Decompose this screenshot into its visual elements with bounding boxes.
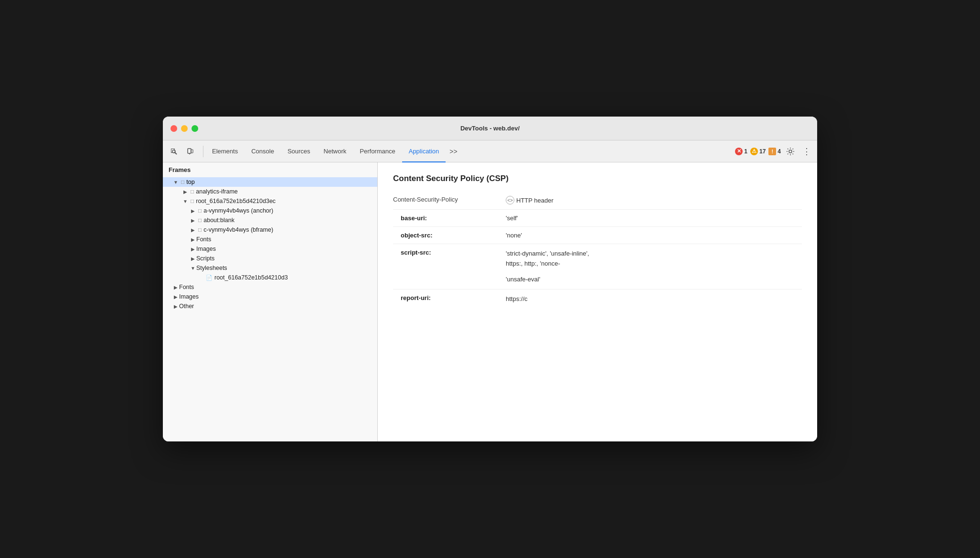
csp-script-src-line1: 'strict-dynamic', 'unsafe-inline',	[506, 249, 802, 259]
gear-icon	[786, 147, 795, 156]
csp-grid: Content-Security-Policy <> HTTP header b…	[393, 193, 802, 307]
sidebar-item-fonts-inner-label: Fonts	[196, 236, 211, 243]
divider-2	[393, 226, 802, 227]
csp-report-uri-line1: https://c	[506, 294, 802, 304]
tab-performance[interactable]: Performance	[353, 140, 402, 162]
csp-object-src-value: 'none'	[498, 229, 802, 242]
sidebar-item-stylesheets-label: Stylesheets	[196, 265, 227, 271]
close-button[interactable]	[170, 125, 177, 132]
sidebar-item-other-label: Other	[179, 303, 194, 310]
http-header-label: HTTP header	[516, 197, 554, 204]
csp-title: Content Security Policy (CSP)	[393, 174, 802, 183]
toolbar-separator	[203, 146, 203, 157]
sidebar-item-stylesheets-inner[interactable]: Stylesheets	[163, 263, 377, 273]
csp-report-uri-value: https://c	[498, 291, 802, 307]
tree-arrow-about-blank	[190, 217, 196, 224]
csp-script-src-value: 'strict-dynamic', 'unsafe-inline', https…	[498, 246, 802, 287]
more-tabs-button[interactable]: >>	[446, 146, 461, 157]
folder-icon-top: □	[181, 179, 184, 185]
devtools-window: DevTools - web.dev/	[163, 117, 817, 441]
sidebar-item-other-outer[interactable]: Other	[163, 301, 377, 311]
sidebar-item-images-outer-label: Images	[179, 293, 199, 300]
sidebar-item-root-label: root_616a752e1b5d4210d3ec	[196, 198, 276, 204]
device-icon	[186, 148, 194, 155]
folder-icon-about-blank: □	[198, 217, 202, 224]
tab-console[interactable]: Console	[245, 140, 281, 162]
csp-policy-key: Content-Security-Policy	[393, 193, 498, 206]
divider-3	[393, 244, 802, 244]
sidebar-item-c-vynmy-label: c-vynmy4vb4wys (bframe)	[203, 226, 273, 233]
sidebar-item-analytics-iframe[interactable]: □ analytics-iframe	[163, 187, 377, 196]
svg-point-11	[789, 150, 792, 153]
sidebar-section-frames: Frames	[163, 162, 377, 177]
folder-icon-a-vynmy: □	[198, 207, 202, 214]
tree-arrow-root	[182, 198, 189, 204]
csp-base-uri-value: 'self'	[498, 212, 802, 225]
folder-icon-root: □	[191, 198, 194, 204]
info-count: 4	[778, 148, 781, 155]
tree-arrow-stylesheets-inner	[190, 265, 196, 271]
window-title: DevTools - web.dev/	[460, 125, 520, 132]
tab-application[interactable]: Application	[402, 140, 446, 162]
error-count: 1	[744, 148, 747, 155]
overflow-menu-button[interactable]: ⋮	[800, 145, 813, 158]
sidebar-item-images-outer[interactable]: Images	[163, 292, 377, 301]
content-panel: Content Security Policy (CSP) Content-Se…	[378, 162, 817, 441]
sidebar-item-root-file[interactable]: 📄 root_616a752e1b5d4210d3	[163, 273, 377, 282]
toolbar: Elements Console Sources Network Perform…	[163, 140, 817, 162]
divider-4	[393, 289, 802, 290]
sidebar-item-fonts-outer[interactable]: Fonts	[163, 282, 377, 292]
csp-object-src-key: object-src:	[393, 229, 498, 242]
sidebar: Frames □ top □ analytics-iframe □ root_6…	[163, 162, 378, 441]
toolbar-right: ✕ 1 ⚠ 17 ! 4 ⋮	[735, 145, 813, 158]
tree-arrow-images-outer	[172, 293, 179, 300]
sidebar-item-images-inner-label: Images	[196, 246, 216, 252]
tree-arrow-fonts-outer	[172, 284, 179, 290]
csp-script-src-line3: 'unsafe-eval'	[506, 275, 802, 285]
tree-arrow-a-vynmy	[190, 207, 196, 214]
sidebar-item-root-file-label: root_616a752e1b5d4210d3	[214, 274, 288, 281]
error-icon: ✕	[735, 148, 743, 155]
sidebar-item-top[interactable]: □ top	[163, 177, 377, 187]
sidebar-item-analytics-label: analytics-iframe	[196, 188, 238, 195]
sidebar-item-c-vynmy[interactable]: □ c-vynmy4vb4wys (bframe)	[163, 225, 377, 235]
csp-base-uri-key: base-uri:	[393, 212, 498, 225]
csp-script-src-line2: https:, http:, 'nonce-	[506, 259, 802, 269]
csp-policy-source: <> HTTP header	[498, 193, 802, 207]
svg-rect-5	[171, 149, 175, 149]
inspect-icon	[170, 148, 178, 155]
tab-network[interactable]: Network	[317, 140, 353, 162]
tab-sources[interactable]: Sources	[281, 140, 317, 162]
divider-1	[393, 209, 802, 210]
sidebar-item-root-frame[interactable]: □ root_616a752e1b5d4210d3ec	[163, 196, 377, 206]
sidebar-item-a-vynmy[interactable]: □ a-vynmy4vb4wys (anchor)	[163, 206, 377, 215]
http-tag: <> HTTP header	[506, 196, 554, 204]
minimize-button[interactable]	[181, 125, 188, 132]
maximize-button[interactable]	[192, 125, 198, 132]
device-toggle-button[interactable]	[183, 144, 197, 159]
sidebar-item-images-inner[interactable]: Images	[163, 244, 377, 254]
sidebar-item-scripts-inner[interactable]: Scripts	[163, 254, 377, 263]
tree-arrow-analytics	[182, 188, 189, 195]
svg-rect-8	[188, 149, 191, 153]
sidebar-item-a-vynmy-label: a-vynmy4vb4wys (anchor)	[203, 207, 273, 214]
http-tag-icon: <>	[506, 196, 514, 204]
toolbar-tabs: Elements Console Sources Network Perform…	[205, 140, 735, 162]
svg-point-7	[172, 150, 175, 153]
sidebar-item-about-blank[interactable]: □ about:blank	[163, 215, 377, 225]
tab-elements[interactable]: Elements	[205, 140, 245, 162]
inspect-element-button[interactable]	[167, 144, 181, 159]
warning-count: 17	[759, 148, 766, 155]
sidebar-item-fonts-inner[interactable]: Fonts	[163, 235, 377, 244]
settings-button[interactable]	[784, 145, 797, 158]
csp-script-src-key: script-src:	[393, 246, 498, 287]
tree-arrow-root-file	[197, 274, 204, 281]
file-icon-root: 📄	[206, 275, 213, 281]
tree-arrow-c-vynmy	[190, 226, 196, 233]
error-badge: ✕ 1	[735, 148, 747, 155]
tree-arrow-top	[172, 179, 179, 185]
folder-icon-c-vynmy: □	[198, 226, 202, 233]
warning-icon: ⚠	[750, 148, 758, 155]
info-badge: ! 4	[768, 148, 781, 155]
info-icon: !	[768, 148, 776, 155]
